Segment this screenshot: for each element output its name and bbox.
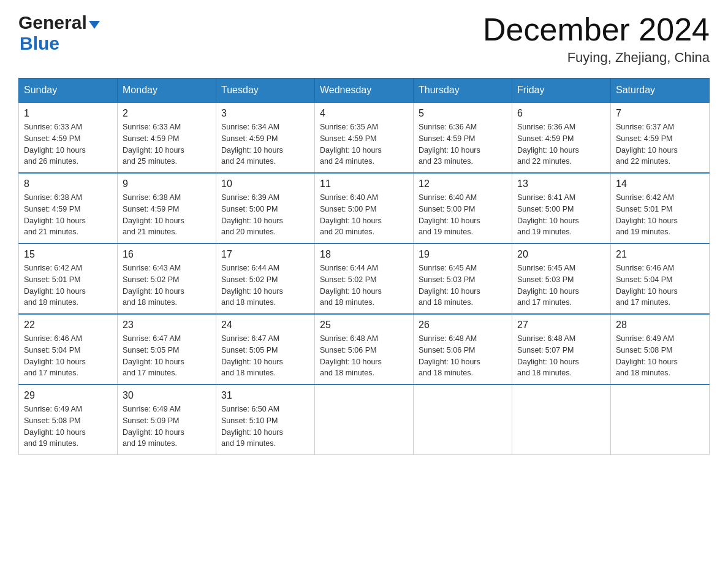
calendar-cell: 2Sunrise: 6:33 AM Sunset: 4:59 PM Daylig… — [118, 102, 216, 173]
day-info: Sunrise: 6:33 AM Sunset: 4:59 PM Dayligh… — [123, 121, 211, 167]
calendar-cell: 1Sunrise: 6:33 AM Sunset: 4:59 PM Daylig… — [19, 102, 118, 173]
day-info: Sunrise: 6:49 AM Sunset: 5:08 PM Dayligh… — [24, 404, 112, 450]
day-info: Sunrise: 6:49 AM Sunset: 5:08 PM Dayligh… — [616, 333, 704, 379]
day-info: Sunrise: 6:36 AM Sunset: 4:59 PM Dayligh… — [517, 121, 605, 167]
day-number: 28 — [616, 320, 704, 331]
day-info: Sunrise: 6:45 AM Sunset: 5:03 PM Dayligh… — [419, 262, 507, 308]
calendar-cell: 6Sunrise: 6:36 AM Sunset: 4:59 PM Daylig… — [512, 102, 611, 173]
logo-triangle-icon — [89, 21, 100, 29]
day-info: Sunrise: 6:38 AM Sunset: 4:59 PM Dayligh… — [24, 192, 112, 238]
calendar-cell: 14Sunrise: 6:42 AM Sunset: 5:01 PM Dayli… — [611, 173, 710, 243]
day-info: Sunrise: 6:39 AM Sunset: 5:00 PM Dayligh… — [221, 192, 309, 238]
day-number: 14 — [616, 178, 704, 190]
calendar-week-row: 1Sunrise: 6:33 AM Sunset: 4:59 PM Daylig… — [19, 102, 710, 173]
day-number: 8 — [24, 178, 112, 190]
calendar-cell: 11Sunrise: 6:40 AM Sunset: 5:00 PM Dayli… — [315, 173, 414, 243]
location: Fuying, Zhejiang, China — [483, 50, 710, 66]
calendar-cell — [315, 385, 414, 455]
day-info: Sunrise: 6:47 AM Sunset: 5:05 PM Dayligh… — [221, 333, 309, 379]
calendar-cell: 16Sunrise: 6:43 AM Sunset: 5:02 PM Dayli… — [118, 243, 216, 314]
day-number: 11 — [320, 178, 408, 190]
day-number: 20 — [517, 249, 605, 260]
calendar-week-row: 22Sunrise: 6:46 AM Sunset: 5:04 PM Dayli… — [19, 314, 710, 385]
day-number: 10 — [221, 178, 309, 190]
day-number: 4 — [320, 108, 408, 119]
day-info: Sunrise: 6:33 AM Sunset: 4:59 PM Dayligh… — [24, 121, 112, 167]
day-info: Sunrise: 6:46 AM Sunset: 5:04 PM Dayligh… — [616, 262, 704, 308]
calendar-cell: 21Sunrise: 6:46 AM Sunset: 5:04 PM Dayli… — [611, 243, 710, 314]
day-info: Sunrise: 6:43 AM Sunset: 5:02 PM Dayligh… — [123, 262, 211, 308]
calendar-cell: 22Sunrise: 6:46 AM Sunset: 5:04 PM Dayli… — [19, 314, 118, 385]
day-info: Sunrise: 6:47 AM Sunset: 5:05 PM Dayligh… — [123, 333, 211, 379]
day-number: 18 — [320, 249, 408, 260]
calendar-cell: 3Sunrise: 6:34 AM Sunset: 4:59 PM Daylig… — [216, 102, 315, 173]
day-info: Sunrise: 6:37 AM Sunset: 4:59 PM Dayligh… — [616, 121, 704, 167]
logo: General Blue — [18, 12, 100, 54]
day-number: 12 — [419, 178, 507, 190]
month-title: December 2024 — [483, 12, 710, 47]
calendar-cell: 27Sunrise: 6:48 AM Sunset: 5:07 PM Dayli… — [512, 314, 611, 385]
day-info: Sunrise: 6:38 AM Sunset: 4:59 PM Dayligh… — [123, 192, 211, 238]
day-number: 24 — [221, 320, 309, 331]
day-number: 17 — [221, 249, 309, 260]
calendar-cell: 23Sunrise: 6:47 AM Sunset: 5:05 PM Dayli… — [118, 314, 216, 385]
day-info: Sunrise: 6:45 AM Sunset: 5:03 PM Dayligh… — [517, 262, 605, 308]
day-info: Sunrise: 6:35 AM Sunset: 4:59 PM Dayligh… — [320, 121, 408, 167]
day-number: 29 — [24, 390, 112, 401]
calendar-cell: 25Sunrise: 6:48 AM Sunset: 5:06 PM Dayli… — [315, 314, 414, 385]
col-header-tuesday: Tuesday — [216, 79, 315, 103]
col-header-saturday: Saturday — [611, 79, 710, 103]
day-info: Sunrise: 6:40 AM Sunset: 5:00 PM Dayligh… — [419, 192, 507, 238]
day-number: 21 — [616, 249, 704, 260]
calendar-cell: 17Sunrise: 6:44 AM Sunset: 5:02 PM Dayli… — [216, 243, 315, 314]
calendar-week-row: 15Sunrise: 6:42 AM Sunset: 5:01 PM Dayli… — [19, 243, 710, 314]
calendar-cell: 30Sunrise: 6:49 AM Sunset: 5:09 PM Dayli… — [118, 385, 216, 455]
col-header-thursday: Thursday — [414, 79, 512, 103]
calendar-cell: 29Sunrise: 6:49 AM Sunset: 5:08 PM Dayli… — [19, 385, 118, 455]
calendar-cell: 8Sunrise: 6:38 AM Sunset: 4:59 PM Daylig… — [19, 173, 118, 243]
calendar-cell: 28Sunrise: 6:49 AM Sunset: 5:08 PM Dayli… — [611, 314, 710, 385]
calendar-cell: 24Sunrise: 6:47 AM Sunset: 5:05 PM Dayli… — [216, 314, 315, 385]
day-number: 25 — [320, 320, 408, 331]
day-info: Sunrise: 6:48 AM Sunset: 5:06 PM Dayligh… — [320, 333, 408, 379]
calendar-cell — [414, 385, 512, 455]
calendar-cell: 20Sunrise: 6:45 AM Sunset: 5:03 PM Dayli… — [512, 243, 611, 314]
day-info: Sunrise: 6:42 AM Sunset: 5:01 PM Dayligh… — [24, 262, 112, 308]
col-header-sunday: Sunday — [19, 79, 118, 103]
calendar-cell: 9Sunrise: 6:38 AM Sunset: 4:59 PM Daylig… — [118, 173, 216, 243]
col-header-wednesday: Wednesday — [315, 79, 414, 103]
calendar-cell — [512, 385, 611, 455]
day-number: 22 — [24, 320, 112, 331]
day-number: 26 — [419, 320, 507, 331]
day-info: Sunrise: 6:40 AM Sunset: 5:00 PM Dayligh… — [320, 192, 408, 238]
calendar-cell: 19Sunrise: 6:45 AM Sunset: 5:03 PM Dayli… — [414, 243, 512, 314]
calendar-cell: 13Sunrise: 6:41 AM Sunset: 5:00 PM Dayli… — [512, 173, 611, 243]
day-number: 30 — [123, 390, 211, 401]
col-header-monday: Monday — [118, 79, 216, 103]
calendar-cell: 18Sunrise: 6:44 AM Sunset: 5:02 PM Dayli… — [315, 243, 414, 314]
day-number: 23 — [123, 320, 211, 331]
day-number: 16 — [123, 249, 211, 260]
day-number: 13 — [517, 178, 605, 190]
day-info: Sunrise: 6:36 AM Sunset: 4:59 PM Dayligh… — [419, 121, 507, 167]
day-info: Sunrise: 6:49 AM Sunset: 5:09 PM Dayligh… — [123, 404, 211, 450]
day-number: 9 — [123, 178, 211, 190]
logo-blue: Blue — [20, 33, 59, 53]
calendar-cell: 26Sunrise: 6:48 AM Sunset: 5:06 PM Dayli… — [414, 314, 512, 385]
title-block: December 2024 Fuying, Zhejiang, China — [483, 12, 710, 66]
day-number: 2 — [123, 108, 211, 119]
calendar-week-row: 8Sunrise: 6:38 AM Sunset: 4:59 PM Daylig… — [19, 173, 710, 243]
day-info: Sunrise: 6:44 AM Sunset: 5:02 PM Dayligh… — [320, 262, 408, 308]
day-info: Sunrise: 6:41 AM Sunset: 5:00 PM Dayligh… — [517, 192, 605, 238]
day-number: 3 — [221, 108, 309, 119]
day-info: Sunrise: 6:44 AM Sunset: 5:02 PM Dayligh… — [221, 262, 309, 308]
day-info: Sunrise: 6:42 AM Sunset: 5:01 PM Dayligh… — [616, 192, 704, 238]
calendar-cell: 10Sunrise: 6:39 AM Sunset: 5:00 PM Dayli… — [216, 173, 315, 243]
col-header-friday: Friday — [512, 79, 611, 103]
calendar-cell: 5Sunrise: 6:36 AM Sunset: 4:59 PM Daylig… — [414, 102, 512, 173]
day-number: 5 — [419, 108, 507, 119]
calendar-cell: 4Sunrise: 6:35 AM Sunset: 4:59 PM Daylig… — [315, 102, 414, 173]
logo-general: General — [18, 12, 87, 33]
day-number: 27 — [517, 320, 605, 331]
calendar-cell — [611, 385, 710, 455]
